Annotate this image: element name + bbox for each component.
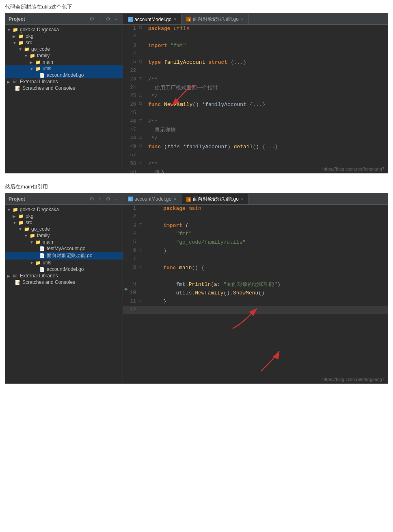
arrow-icon: ▼ bbox=[24, 234, 30, 238]
tree-item-scratches-2[interactable]: 📝 Scratches and Consoles bbox=[5, 279, 123, 285]
gear-icon-2[interactable]: ⚙ bbox=[105, 196, 111, 202]
tree-item-external-1[interactable]: ▶ 🏛 External Libraries bbox=[5, 78, 123, 85]
tree-item-mianzhuang[interactable]: 📄 面向对象记账功能.go bbox=[5, 252, 123, 260]
line-content[interactable]: import "fmt" bbox=[145, 42, 388, 50]
file-tree-1: ▼ 📁 gokaka D:\gokaka ▶ 📁 pkg ▼ 📁 src bbox=[5, 25, 123, 173]
split-icon-2[interactable]: ÷ bbox=[97, 196, 103, 202]
settings-icon-1[interactable]: ⚙ bbox=[89, 16, 95, 22]
line-content bbox=[145, 50, 388, 58]
fold-icon[interactable]: ▽ bbox=[139, 160, 145, 169]
collapse-icon-1[interactable]: – bbox=[113, 16, 119, 22]
sidebar-header-2: Project ⚙ ÷ ⚙ – bbox=[5, 193, 123, 205]
fold-icon[interactable]: △ bbox=[139, 298, 147, 306]
fold-icon[interactable]: □ bbox=[139, 25, 145, 33]
tree-item-pkg-1[interactable]: ▶ 📁 pkg bbox=[5, 33, 123, 39]
tree-item-src-2[interactable]: ▼ 📁 src bbox=[5, 219, 123, 226]
fold-icon bbox=[139, 169, 145, 173]
fold-icon[interactable]: □ bbox=[139, 143, 145, 151]
tree-item-src-1[interactable]: ▼ 📁 src bbox=[5, 39, 123, 46]
tree-item-accountmodel-2[interactable]: 📄 accountModel.go bbox=[5, 266, 123, 272]
fold-icon[interactable]: ▽ bbox=[139, 222, 147, 230]
project-title-1[interactable]: Project bbox=[9, 16, 25, 22]
fold-icon[interactable]: □ bbox=[139, 58, 145, 67]
tab-accountmodel-1[interactable]: g accountModel.go × bbox=[123, 14, 181, 24]
tree-item-family-1[interactable]: ▼ 📁 family bbox=[5, 52, 123, 59]
code-line: 45 bbox=[123, 109, 388, 118]
fold-icon[interactable]: △ bbox=[139, 134, 145, 143]
tree-item-utils-1[interactable]: ▼ 📁 utils bbox=[5, 65, 123, 72]
fold-icon[interactable]: ▽ bbox=[139, 76, 145, 84]
tab-close-icon[interactable]: × bbox=[174, 17, 176, 22]
tab-main-1[interactable]: g 面向对象记账功能.go × bbox=[181, 14, 249, 24]
line-content[interactable]: "go_code/family/utils" bbox=[147, 238, 388, 247]
line-content[interactable]: type familyAccount struct {...} bbox=[145, 58, 388, 67]
line-number: 2 bbox=[123, 33, 139, 42]
code-line: 4 "fmt" bbox=[123, 230, 388, 238]
line-content[interactable]: "fmt" bbox=[147, 230, 388, 238]
line-number: 57 bbox=[123, 151, 139, 160]
line-number: 3 bbox=[123, 222, 139, 230]
fold-icon bbox=[139, 238, 147, 247]
fold-icon bbox=[139, 84, 145, 93]
sidebar-icons-2: ⚙ ÷ ⚙ – bbox=[89, 196, 119, 202]
tree-item-gokaka-2[interactable]: ▼ 📁 gokaka D:\gokaka bbox=[5, 206, 123, 213]
line-number: 1 bbox=[123, 25, 139, 33]
tree-item-main-2[interactable]: ▼ 📁 main bbox=[5, 239, 123, 245]
tree-item-gokaka-1[interactable]: ▼ 📁 gokaka D:\gokaka bbox=[5, 26, 123, 33]
code-line: 4 bbox=[123, 50, 388, 58]
tree-item-gocode-2[interactable]: ▼ 📁 go_code bbox=[5, 226, 123, 232]
fold-icon bbox=[139, 109, 145, 118]
code-line: 1 package main bbox=[123, 205, 388, 213]
tab-close-icon[interactable]: × bbox=[241, 197, 244, 201]
line-number: 23 bbox=[123, 76, 139, 84]
fold-icon[interactable]: ▽ bbox=[139, 264, 147, 281]
fold-icon[interactable]: △ bbox=[139, 92, 145, 101]
watermark-2: https://blog.csdn.net/fangkang7 bbox=[322, 377, 384, 382]
line-content[interactable]: import ( bbox=[147, 222, 388, 230]
tab-accountmodel-2[interactable]: g accountModel.go × bbox=[123, 194, 181, 204]
tab-close-icon[interactable]: × bbox=[241, 17, 244, 22]
tree-item-scratches-1[interactable]: 📝 Scratches and Consoles bbox=[5, 85, 123, 91]
tree-item-main-1[interactable]: ▶ 📁 main bbox=[5, 59, 123, 65]
tree-item-utils-2[interactable]: ▼ 📁 utils bbox=[5, 260, 123, 266]
tree-item-external-2[interactable]: ▶ 🏛 External Libraries bbox=[5, 272, 123, 279]
tree-item-accountmodel-1[interactable]: 📄 accountModel.go bbox=[5, 72, 123, 78]
line-content[interactable]: package utils bbox=[145, 25, 388, 33]
line-content bbox=[147, 213, 388, 222]
arrow-icon: ▶ bbox=[13, 34, 18, 39]
tab-main-2[interactable]: g 面向对象记账功能.go × bbox=[181, 194, 249, 204]
fold-icon[interactable]: □ bbox=[139, 101, 145, 109]
line-number: 4 bbox=[123, 230, 139, 238]
line-content[interactable]: func main() { bbox=[147, 264, 388, 281]
line-content[interactable]: func NewFamily() *familyAccount {...} bbox=[145, 101, 388, 109]
line-content[interactable]: fmt.Println(a: "面向对象的记账功能") bbox=[147, 281, 388, 289]
collapse-icon-2[interactable]: – bbox=[113, 196, 119, 202]
tree-item-gocode-1[interactable]: ▼ 📁 go_code bbox=[5, 46, 123, 52]
settings-icon-2[interactable]: ⚙ bbox=[89, 196, 95, 202]
tree-item-pkg-2[interactable]: ▶ 📁 pkg bbox=[5, 213, 123, 219]
file-icon: 📄 bbox=[39, 246, 46, 251]
fold-icon bbox=[139, 67, 145, 76]
fold-icon bbox=[139, 205, 147, 213]
scratches-icon: 📝 bbox=[15, 86, 22, 91]
code-line: 7 bbox=[123, 255, 388, 264]
editor-1: g accountModel.go × g 面向对象记账功能.go × 1 □ … bbox=[123, 13, 388, 173]
gear-icon-1[interactable]: ⚙ bbox=[105, 16, 111, 22]
tree-item-family-2[interactable]: ▼ 📁 family bbox=[5, 232, 123, 239]
fold-icon[interactable]: ▽ bbox=[139, 118, 145, 126]
tab-close-icon[interactable]: × bbox=[174, 197, 176, 201]
line-content[interactable]: func (this *familyAccount) detail() {...… bbox=[145, 143, 388, 151]
line-content[interactable]: utils.NewFamily().ShowMenu() bbox=[147, 289, 388, 298]
split-icon-1[interactable]: ÷ bbox=[97, 16, 103, 22]
line-number: 4 bbox=[123, 50, 139, 58]
fold-icon[interactable]: △ bbox=[139, 247, 147, 255]
tree-label: utils bbox=[43, 66, 51, 71]
folder-icon: 📁 bbox=[24, 227, 30, 232]
project-title-2[interactable]: Project bbox=[9, 196, 25, 202]
line-content[interactable]: package main bbox=[147, 205, 388, 213]
tree-item-testmyaccount[interactable]: 📄 testMyAccount.go bbox=[5, 245, 123, 252]
code-area-2: 1 package main 2 3 ▽ import ( bbox=[123, 205, 388, 383]
line-content: 使用工厂模式返回一个指针 bbox=[145, 84, 388, 93]
file-tab-icon: g bbox=[128, 17, 133, 22]
line-number: 7 bbox=[123, 255, 139, 264]
